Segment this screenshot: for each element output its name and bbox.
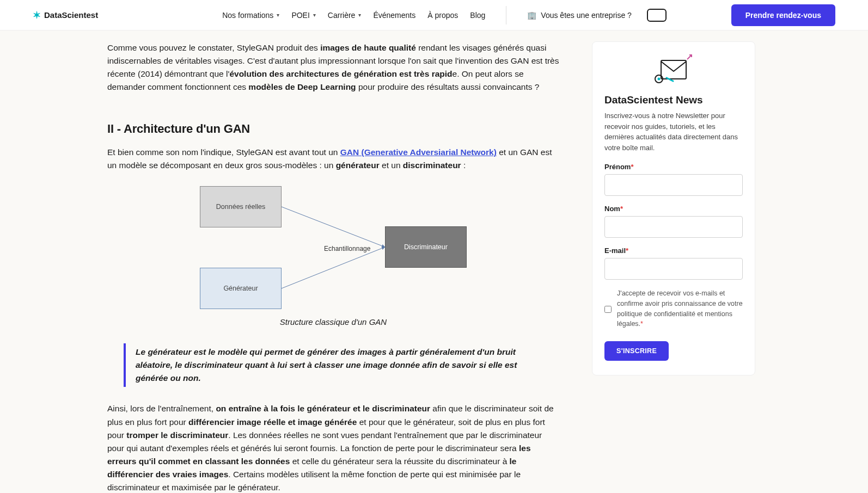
- chevron-down-icon: ▾: [313, 12, 316, 18]
- svg-rect-2: [661, 60, 686, 79]
- brand-icon: ✶: [33, 9, 41, 21]
- field-lastname: Nom*: [604, 205, 743, 238]
- sidebar-title: DataScientest News: [604, 94, 743, 106]
- paragraph: Comme vous pouvez le constater, StyleGAN…: [107, 41, 559, 94]
- chevron-down-icon: ▾: [277, 12, 279, 18]
- nav-label: À propos: [427, 11, 458, 20]
- nav-blog[interactable]: Blog: [470, 11, 485, 20]
- nav-carriere[interactable]: Carrière ▾: [328, 11, 362, 20]
- input-email[interactable]: [604, 258, 743, 280]
- divider: [506, 6, 506, 24]
- consent-row: J'accepte de recevoir vos e-mails et con…: [604, 288, 743, 329]
- consent-text: J'accepte de recevoir vos e-mails et con…: [617, 288, 743, 329]
- enterprise-text: Vous êtes une entreprise ?: [541, 11, 632, 20]
- nav-poei[interactable]: POEI ▾: [291, 11, 315, 20]
- svg-point-4: [658, 78, 661, 81]
- paragraph: Ainsi, lors de l'entraînement, on entraî…: [107, 402, 559, 493]
- sidebar-desc: Inscrivez-vous à notre Newsletter pour r…: [604, 110, 743, 153]
- chevron-down-icon: ▾: [358, 12, 361, 18]
- nav-apropos[interactable]: À propos: [427, 11, 458, 20]
- nav-label: Nos formations: [222, 11, 273, 20]
- nav-label: POEI: [291, 11, 309, 20]
- cta-button[interactable]: Prendre rendez-vous: [731, 4, 835, 26]
- input-lastname[interactable]: [604, 216, 743, 238]
- diagram-box-generator: Générateur: [200, 268, 282, 309]
- input-firstname[interactable]: [604, 174, 743, 196]
- newsletter-sidebar: DataScientest News Inscrivez-vous à notr…: [592, 41, 755, 375]
- consent-checkbox[interactable]: [604, 289, 612, 329]
- svg-line-0: [282, 207, 385, 247]
- blockquote: Le générateur est le modèle qui permet d…: [124, 343, 559, 387]
- building-icon: 🏢: [527, 11, 536, 20]
- main-nav: Nos formations ▾ POEI ▾ Carrière ▾ Événe…: [222, 11, 485, 20]
- flag-fr-icon: [651, 11, 663, 19]
- brand-logo[interactable]: ✶ DataScientest: [33, 9, 98, 21]
- diagram-box-discriminator: Discriminateur: [385, 226, 467, 268]
- newsletter-icon: [604, 54, 743, 89]
- nav-evenements[interactable]: Événements: [373, 11, 415, 20]
- top-nav: ✶ DataScientest Nos formations ▾ POEI ▾ …: [0, 0, 868, 30]
- gan-diagram: Données réelles Générateur Discriminateu…: [107, 186, 559, 311]
- article-body: Comme vous pouvez le constater, StyleGAN…: [107, 41, 559, 493]
- brand-text: DataScientest: [44, 10, 98, 20]
- label-lastname: Nom*: [604, 205, 743, 213]
- label-email: E-mail*: [604, 246, 743, 255]
- subscribe-button[interactable]: S'INSCRIRE: [604, 341, 669, 361]
- nav-label: Carrière: [328, 11, 356, 20]
- field-email: E-mail*: [604, 246, 743, 280]
- diagram-box-real-data: Données réelles: [200, 186, 282, 227]
- figure-caption: Structure classique d'un GAN: [107, 316, 559, 328]
- diagram-label-sampling: Echantillonnage: [324, 244, 370, 254]
- gan-link[interactable]: GAN (Generative Adversiarial Network): [340, 147, 497, 157]
- section-heading: II - Architecture d'un GAN: [107, 120, 559, 138]
- nav-label: Événements: [373, 11, 415, 20]
- nav-label: Blog: [470, 11, 485, 20]
- field-firstname: Prénom*: [604, 163, 743, 196]
- label-firstname: Prénom*: [604, 163, 743, 171]
- nav-formations[interactable]: Nos formations ▾: [222, 11, 279, 20]
- paragraph: Et bien comme son nom l'indique, StyleGA…: [107, 146, 559, 172]
- language-selector[interactable]: [647, 9, 667, 22]
- enterprise-link[interactable]: 🏢 Vous êtes une entreprise ?: [527, 11, 632, 20]
